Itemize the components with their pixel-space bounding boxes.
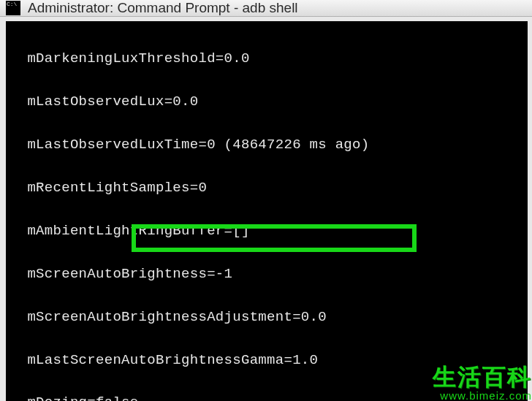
output-line: mLastObservedLux=0.0 <box>10 91 525 112</box>
watermark-text-bottom: www.bimeiz.com <box>433 390 532 401</box>
output-line: mDarkeningLuxThreshold=0.0 <box>10 48 525 69</box>
output-line: mScreenAutoBrightness=-1 <box>10 264 525 285</box>
title-bar[interactable]: Administrator: Command Prompt - adb shel… <box>0 0 532 17</box>
output-line: mLastObservedLuxTime=0 (48647226 ms ago) <box>10 134 525 156</box>
watermark-text-top: 生活百科 <box>433 365 532 389</box>
command-prompt-window: Administrator: Command Prompt - adb shel… <box>0 0 532 401</box>
watermark: 生活百科 www.bimeiz.com <box>433 365 532 401</box>
output-line: mAmbientLightRingBuffer=[] <box>10 221 525 242</box>
terminal-output[interactable]: mDarkeningLuxThreshold=0.0 mLastObserved… <box>6 21 528 401</box>
output-line: mRecentLightSamples=0 <box>10 177 525 199</box>
window-title: Administrator: Command Prompt - adb shel… <box>28 0 298 16</box>
output-line: mScreenAutoBrightnessAdjustment=0.0 <box>10 307 525 328</box>
cmd-icon <box>6 1 20 15</box>
